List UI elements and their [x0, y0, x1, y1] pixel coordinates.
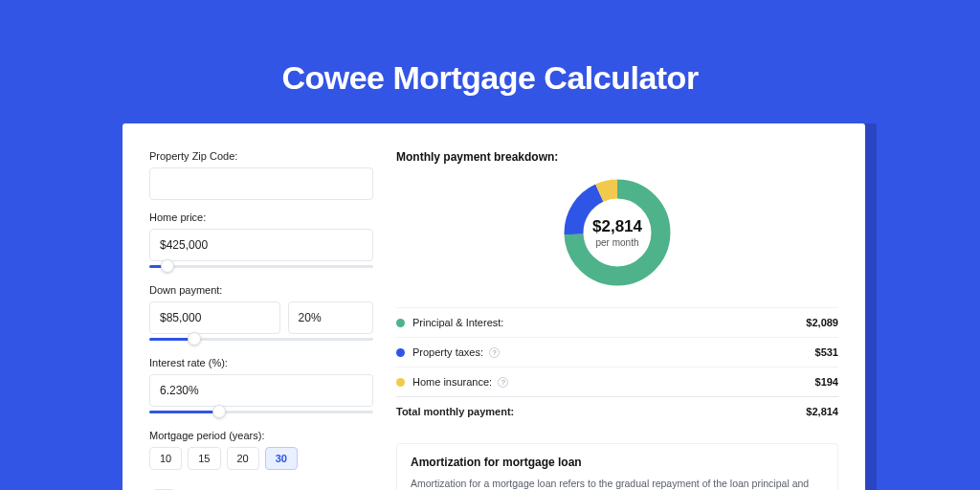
home-price-slider-thumb[interactable] — [161, 259, 174, 273]
home-price-slider[interactable] — [149, 259, 373, 273]
amortization-text: Amortization for a mortgage loan refers … — [411, 477, 824, 490]
down-payment-label: Down payment: — [149, 284, 373, 296]
hero: Cowee Mortgage Calculator — [0, 0, 980, 123]
period-pill-15[interactable]: 15 — [188, 447, 220, 470]
page-title: Cowee Mortgage Calculator — [0, 59, 980, 97]
legend-row-principal: Principal & Interest: $2,089 — [396, 307, 838, 337]
total-label: Total monthly payment: — [396, 406, 806, 417]
legend-row-taxes: Property taxes: ? $531 — [396, 337, 838, 367]
period-pill-20[interactable]: 20 — [227, 447, 259, 470]
legend-label: Home insurance: ? — [412, 376, 815, 388]
period-label: Mortgage period (years): — [149, 430, 373, 441]
breakdown-panel: Monthly payment breakdown: $2,814 per mo… — [389, 150, 838, 490]
form-panel: Property Zip Code: Home price: Down paym… — [149, 150, 389, 490]
interest-label: Interest rate (%): — [149, 357, 373, 368]
down-payment-input[interactable] — [149, 301, 280, 334]
zip-label: Property Zip Code: — [149, 150, 373, 162]
legend-label: Property taxes: ? — [412, 346, 815, 358]
amortization-card: Amortization for mortgage loan Amortizat… — [396, 443, 838, 490]
down-payment-slider[interactable] — [149, 332, 373, 345]
legend-label: Principal & Interest: — [412, 317, 806, 328]
period-pill-30[interactable]: 30 — [265, 447, 298, 470]
interest-slider[interactable] — [149, 405, 373, 418]
down-payment-pct-input[interactable] — [288, 301, 373, 334]
donut-chart: $2,814 per month — [560, 175, 675, 290]
legend-value: $531 — [815, 346, 838, 358]
interest-slider-thumb[interactable] — [212, 405, 226, 418]
donut-center: $2,814 per month — [560, 175, 675, 290]
breakdown-title: Monthly payment breakdown: — [396, 150, 838, 164]
dot-icon — [396, 319, 405, 327]
total-row: Total monthly payment: $2,814 — [396, 396, 838, 426]
calculator-card: Property Zip Code: Home price: Down paym… — [122, 123, 865, 490]
dot-icon — [396, 348, 405, 357]
period-pills: 10 15 20 30 — [149, 447, 373, 470]
dot-icon — [396, 378, 405, 387]
period-pill-10[interactable]: 10 — [149, 447, 182, 470]
donut-amount: $2,814 — [592, 217, 642, 236]
down-payment-row — [149, 301, 373, 334]
donut-wrap: $2,814 per month — [396, 173, 838, 307]
legend-row-insurance: Home insurance: ? $194 — [396, 367, 838, 396]
legend-value: $2,089 — [806, 317, 838, 328]
zip-input[interactable] — [149, 167, 373, 200]
home-price-input[interactable] — [149, 229, 373, 261]
total-value: $2,814 — [806, 406, 838, 417]
down-payment-slider-thumb[interactable] — [188, 332, 201, 345]
info-icon[interactable]: ? — [498, 377, 508, 388]
interest-slider-fill — [149, 411, 219, 413]
interest-input[interactable] — [149, 374, 373, 407]
home-price-label: Home price: — [149, 212, 373, 223]
legend-value: $194 — [815, 376, 838, 388]
info-icon[interactable]: ? — [489, 347, 500, 358]
donut-sub: per month — [595, 237, 638, 248]
card-shadow: Property Zip Code: Home price: Down paym… — [122, 123, 877, 490]
amortization-title: Amortization for mortgage loan — [411, 456, 824, 469]
